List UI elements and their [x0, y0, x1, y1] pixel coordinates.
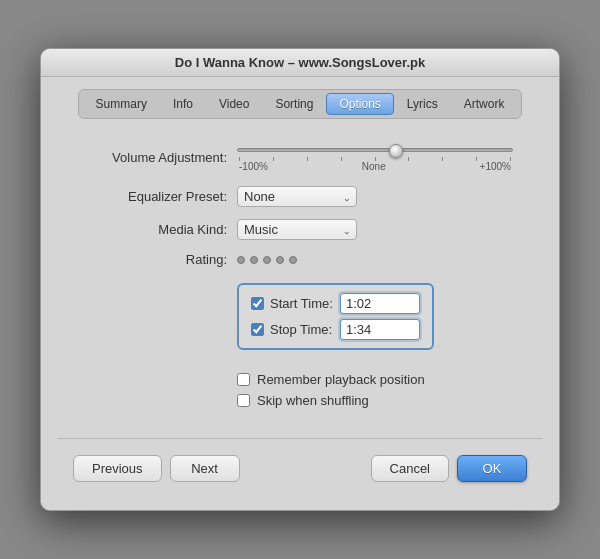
equalizer-select[interactable]: None — [237, 186, 357, 207]
window-title: Do I Wanna Know – www.SongsLover.pk — [175, 55, 425, 70]
right-buttons: Cancel OK — [371, 455, 527, 482]
content-area: Summary Info Video Sorting Options Lyric… — [41, 77, 559, 510]
rating-dot-2[interactable] — [250, 256, 258, 264]
remember-label: Remember playback position — [257, 372, 425, 387]
start-time-checkbox[interactable] — [251, 297, 264, 310]
rating-dots[interactable] — [237, 256, 297, 264]
stop-time-row: Stop Time: — [251, 319, 420, 340]
media-kind-select[interactable]: Music — [237, 219, 357, 240]
start-time-input[interactable] — [340, 293, 420, 314]
rating-dot-4[interactable] — [276, 256, 284, 264]
start-time-row: Start Time: — [251, 293, 420, 314]
media-kind-label: Media Kind: — [87, 222, 227, 237]
stop-time-checkbox[interactable] — [251, 323, 264, 336]
next-button[interactable]: Next — [170, 455, 240, 482]
equalizer-select-wrapper: None — [237, 186, 357, 207]
time-section-wrapper: Start Time: Stop Time: — [87, 279, 513, 362]
main-window: Do I Wanna Know – www.SongsLover.pk Summ… — [40, 48, 560, 511]
volume-slider-container: -100% None +100% — [237, 143, 513, 172]
remember-checkbox[interactable] — [237, 373, 250, 386]
tab-sorting[interactable]: Sorting — [262, 93, 326, 115]
skip-label: Skip when shuffling — [257, 393, 369, 408]
media-kind-row: Media Kind: Music — [87, 219, 513, 240]
start-time-label: Start Time: — [270, 296, 340, 311]
cancel-button[interactable]: Cancel — [371, 455, 449, 482]
volume-label: Volume Adjustment: — [87, 150, 227, 165]
rating-dot-1[interactable] — [237, 256, 245, 264]
stop-time-input[interactable] — [340, 319, 420, 340]
volume-slider-track[interactable] — [237, 143, 513, 157]
tab-options[interactable]: Options — [326, 93, 393, 115]
skip-checkbox[interactable] — [237, 394, 250, 407]
media-kind-select-wrapper: Music — [237, 219, 357, 240]
slider-none-label: None — [362, 161, 386, 172]
stop-time-label: Stop Time: — [270, 322, 340, 337]
remember-row: Remember playback position — [87, 372, 513, 387]
rating-row: Rating: — [87, 252, 513, 267]
form-area: Volume Adjustment: — [57, 135, 543, 422]
rating-dot-5[interactable] — [289, 256, 297, 264]
equalizer-label: Equalizer Preset: — [87, 189, 227, 204]
slider-thumb[interactable] — [389, 144, 403, 158]
tab-video[interactable]: Video — [206, 93, 262, 115]
volume-row: Volume Adjustment: — [87, 143, 513, 172]
previous-button[interactable]: Previous — [73, 455, 162, 482]
tab-artwork[interactable]: Artwork — [451, 93, 518, 115]
equalizer-row: Equalizer Preset: None — [87, 186, 513, 207]
slider-min-label: -100% — [239, 161, 268, 172]
tab-bar: Summary Info Video Sorting Options Lyric… — [78, 89, 523, 119]
left-buttons: Previous Next — [73, 455, 240, 482]
tab-lyrics[interactable]: Lyrics — [394, 93, 451, 115]
button-bar: Previous Next Cancel OK — [57, 438, 543, 494]
skip-row: Skip when shuffling — [87, 393, 513, 408]
slider-labels: -100% None +100% — [237, 161, 513, 172]
slider-line — [237, 148, 513, 152]
time-section: Start Time: Stop Time: — [237, 283, 434, 350]
title-bar: Do I Wanna Know – www.SongsLover.pk — [41, 49, 559, 77]
ok-button[interactable]: OK — [457, 455, 527, 482]
rating-label: Rating: — [87, 252, 227, 267]
rating-dot-3[interactable] — [263, 256, 271, 264]
tab-info[interactable]: Info — [160, 93, 206, 115]
slider-max-label: +100% — [480, 161, 511, 172]
tab-summary[interactable]: Summary — [83, 93, 160, 115]
